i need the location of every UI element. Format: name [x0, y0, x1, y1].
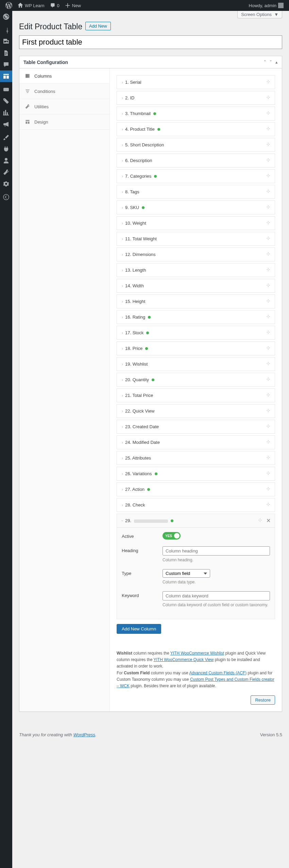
my-account[interactable]: Howdy, admin [246, 0, 286, 11]
keyword-input[interactable] [163, 591, 270, 600]
column-item[interactable]: ›7. Categories [117, 169, 275, 183]
footer-wp-link[interactable]: WordPress [73, 732, 95, 737]
add-new-button[interactable]: Add New [85, 22, 111, 30]
menu-products[interactable] [0, 95, 12, 107]
menu-users[interactable] [0, 155, 12, 166]
menu-woocommerce[interactable] [0, 84, 12, 95]
column-item[interactable]: ›5. Short Description [117, 138, 275, 152]
drag-handle[interactable] [266, 330, 271, 336]
drag-handle[interactable] [266, 252, 271, 257]
tab-columns[interactable]: Columns [19, 68, 109, 84]
drag-handle[interactable] [266, 189, 271, 195]
drag-handle[interactable] [266, 267, 271, 273]
site-name[interactable]: WP Learn [15, 0, 47, 11]
drag-handle[interactable] [266, 220, 271, 226]
screen-options-button[interactable]: Screen Options ▼ [237, 11, 282, 18]
active-toggle[interactable]: YES [163, 532, 181, 540]
column-item[interactable]: ›28. Check [117, 498, 275, 512]
menu-analytics[interactable] [0, 107, 12, 118]
menu-collapse[interactable] [0, 191, 12, 203]
wp-logo[interactable] [3, 0, 15, 11]
column-item[interactable]: ›23. Created Date [117, 420, 275, 434]
column-item[interactable]: ›16. Rating [117, 310, 275, 324]
drag-handle[interactable] [266, 95, 271, 101]
column-item[interactable]: ›12. Dimensions [117, 247, 275, 261]
column-item[interactable]: ›22. Quick View [117, 404, 275, 418]
drag-handle[interactable] [266, 126, 271, 132]
postbox-up-icon[interactable]: ˄ [264, 60, 266, 65]
column-item[interactable]: ›2. ID [117, 91, 275, 105]
link-yith-quickview[interactable]: YITH WooCommerce Quick View [154, 657, 214, 662]
menu-appearance[interactable] [0, 132, 12, 143]
tab-conditions[interactable]: Conditions [19, 84, 109, 99]
column-item[interactable]: ›24. Modified Date [117, 435, 275, 449]
drag-handle[interactable] [266, 424, 271, 430]
column-item[interactable]: ›10. Weight [117, 216, 275, 230]
drag-handle[interactable] [266, 205, 271, 210]
close-icon[interactable]: ✕ [266, 517, 271, 524]
menu-product-table[interactable] [0, 70, 12, 82]
menu-posts[interactable] [0, 24, 12, 36]
drag-handle[interactable] [266, 79, 271, 85]
tab-utilities[interactable]: Utilities [19, 99, 109, 114]
link-yith-wishlist[interactable]: YITH WooCommerce Wishlist [170, 651, 224, 656]
menu-settings[interactable] [0, 178, 12, 190]
new-content[interactable]: New [62, 0, 84, 11]
drag-handle[interactable] [266, 142, 271, 148]
link-acf[interactable]: Advanced Custom Fields (ACF) [189, 671, 247, 675]
column-item[interactable]: ›4. Product Title [117, 122, 275, 136]
menu-comments[interactable] [0, 59, 12, 70]
drag-handle[interactable] [266, 471, 271, 477]
postbox-down-icon[interactable]: ˅ [270, 60, 272, 65]
drag-handle[interactable] [266, 283, 271, 289]
add-column-button[interactable]: Add New Column [117, 624, 161, 634]
drag-handle[interactable] [266, 299, 271, 304]
menu-tools[interactable] [0, 166, 12, 178]
column-item[interactable]: ›9. SKU [117, 200, 275, 214]
postbox-toggle-icon[interactable]: ▴ [275, 60, 278, 65]
column-item[interactable]: ›17. Stock [117, 326, 275, 340]
drag-handle[interactable] [266, 502, 271, 508]
drag-handle[interactable] [266, 439, 271, 445]
column-item[interactable]: ›18. Price [117, 341, 275, 355]
column-item[interactable]: ›6. Description [117, 154, 275, 167]
column-item[interactable]: ›20. Quantity [117, 373, 275, 387]
menu-marketing[interactable] [0, 118, 12, 130]
drag-handle[interactable] [266, 314, 271, 320]
drag-handle[interactable] [266, 455, 271, 461]
title-input[interactable] [19, 35, 282, 49]
restore-button[interactable]: Restore [251, 695, 275, 705]
drag-handle[interactable] [266, 236, 271, 242]
menu-plugins[interactable] [0, 143, 12, 155]
column-item[interactable]: ›25. Attributes [117, 451, 275, 465]
comments[interactable]: 0 [47, 0, 62, 11]
drag-handle[interactable] [266, 111, 271, 116]
type-select[interactable]: Custom field [163, 569, 210, 578]
drag-handle[interactable] [266, 361, 271, 367]
column-item[interactable]: ›21. Total Price [117, 388, 275, 402]
column-item[interactable]: ›13. Length [117, 263, 275, 277]
tab-design[interactable]: Design [19, 114, 109, 130]
drag-handle[interactable] [266, 158, 271, 163]
column-item[interactable]: ›3. Thumbnail [117, 107, 275, 120]
drag-handle[interactable] [266, 377, 271, 383]
column-item[interactable]: ›8. Tags [117, 185, 275, 199]
column-item[interactable]: ›27. Action [117, 482, 275, 496]
drag-handle[interactable] [266, 408, 271, 414]
column-item-expanded[interactable]: ›29. ✕ [117, 514, 275, 528]
column-item[interactable]: ›26. Variations [117, 467, 275, 481]
drag-handle[interactable] [266, 345, 271, 351]
drag-handle[interactable] [258, 518, 262, 524]
heading-input[interactable] [163, 546, 270, 556]
column-item[interactable]: ›11. Total Weight [117, 232, 275, 246]
column-item[interactable]: ›1. Serial [117, 75, 275, 89]
menu-media[interactable] [0, 36, 12, 47]
drag-handle[interactable] [266, 173, 271, 179]
column-item[interactable]: ›19. Wishlist [117, 357, 275, 371]
column-item[interactable]: ›15. Height [117, 294, 275, 308]
drag-handle[interactable] [266, 392, 271, 398]
menu-pages[interactable] [0, 47, 12, 59]
menu-dashboard[interactable] [0, 11, 12, 22]
column-item[interactable]: ›14. Width [117, 279, 275, 293]
drag-handle[interactable] [266, 486, 271, 492]
